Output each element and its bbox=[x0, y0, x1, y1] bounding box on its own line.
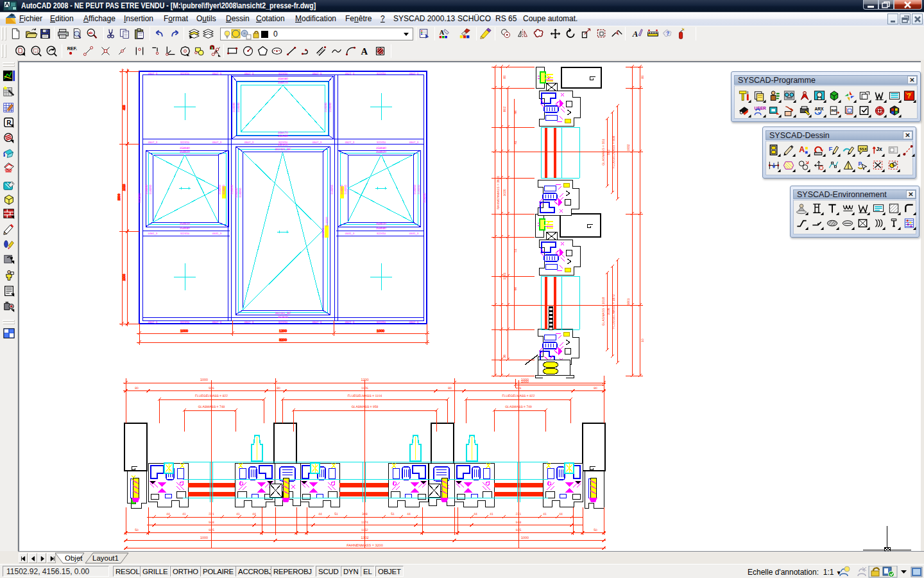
svg-text:80: 80 bbox=[594, 387, 597, 390]
svg-text:1000: 1000 bbox=[521, 536, 529, 540]
svg-text:0507_3: 0507_3 bbox=[312, 320, 322, 324]
svg-text:318250: 318250 bbox=[340, 184, 343, 195]
svg-text:358680: 358680 bbox=[180, 146, 190, 150]
svg-text:36: 36 bbox=[503, 355, 507, 358]
svg-text:358620: 358620 bbox=[180, 150, 190, 154]
svg-text:0507_3: 0507_3 bbox=[244, 141, 254, 144]
svg-text:GLASMASS = 551: GLASMASS = 551 bbox=[602, 139, 606, 166]
svg-text:358620: 358620 bbox=[376, 222, 386, 226]
svg-text:GLASMASS = 749: GLASMASS = 749 bbox=[505, 405, 532, 409]
svg-text:80: 80 bbox=[135, 387, 139, 390]
svg-text:0527_3: 0527_3 bbox=[345, 320, 355, 324]
svg-text:1152: 1152 bbox=[361, 529, 368, 532]
svg-text:0531_3: 0531_3 bbox=[345, 232, 355, 235]
svg-text:802: 802 bbox=[503, 107, 507, 112]
svg-text:0507_3: 0507_3 bbox=[148, 72, 158, 75]
svg-text:322410: 322410 bbox=[377, 72, 386, 75]
svg-text:582: 582 bbox=[607, 150, 611, 155]
svg-text:318250: 318250 bbox=[138, 193, 141, 203]
svg-text:41: 41 bbox=[490, 512, 493, 516]
svg-text:308: 308 bbox=[362, 512, 368, 516]
svg-text:358620: 358620 bbox=[180, 222, 190, 226]
svg-text:322410: 322410 bbox=[180, 232, 190, 235]
svg-text:ARX: ARX bbox=[814, 107, 824, 111]
svg-text:322410: 322410 bbox=[180, 320, 190, 324]
svg-text:358480: 358480 bbox=[278, 134, 288, 138]
svg-text:0531_3: 0531_3 bbox=[409, 232, 419, 235]
svg-text:RAHMENMASS = 3630: RAHMENMASS = 3630 bbox=[497, 175, 501, 209]
svg-text:Jx: Jx bbox=[877, 146, 883, 152]
svg-text:322410: 322410 bbox=[278, 320, 288, 324]
svg-text:ab: ab bbox=[88, 31, 92, 35]
svg-text:318250: 318250 bbox=[239, 188, 242, 198]
svg-text:Objet: Objet bbox=[65, 554, 83, 562]
svg-text:41: 41 bbox=[543, 512, 547, 516]
svg-text:51: 51 bbox=[514, 249, 518, 252]
svg-text:1036: 1036 bbox=[607, 308, 611, 315]
svg-text:221: 221 bbox=[516, 512, 522, 516]
svg-text:318250: 318250 bbox=[413, 184, 416, 195]
svg-text:REF.: REF. bbox=[67, 46, 76, 51]
svg-text:0507_3: 0507_3 bbox=[212, 320, 222, 324]
svg-text:1281: 1281 bbox=[503, 272, 507, 279]
svg-text:318250: 318250 bbox=[321, 227, 325, 238]
svg-text:318280: 318280 bbox=[324, 102, 327, 112]
svg-text:318280: 318280 bbox=[232, 102, 235, 112]
svg-text:318280: 318280 bbox=[329, 102, 332, 112]
svg-text:1601: 1601 bbox=[627, 298, 631, 305]
svg-text:318250: 318250 bbox=[423, 193, 426, 203]
svg-text:352610: 352610 bbox=[278, 143, 288, 147]
svg-text:1302: 1302 bbox=[361, 536, 368, 540]
svg-text:358470: 358470 bbox=[278, 131, 288, 135]
svg-text:0527_3: 0527_3 bbox=[345, 72, 355, 75]
svg-text:926: 926 bbox=[516, 387, 522, 390]
svg-text:44: 44 bbox=[474, 512, 477, 516]
svg-text:1000: 1000 bbox=[377, 329, 384, 333]
svg-text:0527_3: 0527_3 bbox=[345, 141, 355, 144]
svg-text:50: 50 bbox=[594, 529, 597, 532]
svg-text:80: 80 bbox=[277, 387, 280, 390]
svg-text:318250: 318250 bbox=[149, 184, 152, 195]
svg-text:1020: 1020 bbox=[503, 189, 507, 196]
svg-text:P: P bbox=[859, 161, 862, 167]
svg-text:GLASMASS = 958: GLASMASS = 958 bbox=[352, 405, 379, 409]
svg-text:1020: 1020 bbox=[123, 184, 126, 191]
svg-text:382481_BF: 382481_BF bbox=[275, 311, 291, 315]
svg-text:FLUEGELMASS = 822: FLUEGELMASS = 822 bbox=[502, 394, 535, 398]
svg-text:?: ? bbox=[907, 92, 911, 100]
svg-text:925: 925 bbox=[209, 529, 214, 532]
svg-text:51: 51 bbox=[334, 512, 338, 516]
svg-text:?: ? bbox=[665, 30, 669, 37]
svg-text:318250: 318250 bbox=[145, 184, 148, 195]
svg-text:925: 925 bbox=[516, 529, 522, 532]
svg-text:0507_3: 0507_3 bbox=[212, 141, 222, 144]
svg-text:A: A bbox=[631, 29, 638, 39]
svg-text:1126: 1126 bbox=[361, 387, 368, 390]
svg-text:GLASMASS = 748: GLASMASS = 748 bbox=[198, 405, 225, 409]
svg-text:0507_3: 0507_3 bbox=[409, 320, 419, 324]
svg-text:1000: 1000 bbox=[123, 274, 126, 281]
svg-text:0507_3: 0507_3 bbox=[312, 141, 322, 144]
svg-text:2500: 2500 bbox=[117, 193, 121, 200]
svg-text:0507_3: 0507_3 bbox=[409, 72, 419, 75]
svg-text:44: 44 bbox=[318, 512, 322, 516]
svg-text:322410: 322410 bbox=[377, 320, 386, 324]
svg-text:44: 44 bbox=[514, 287, 518, 291]
svg-text:1200: 1200 bbox=[361, 378, 368, 382]
svg-text:382481_BF: 382481_BF bbox=[275, 148, 291, 152]
svg-text:80: 80 bbox=[448, 387, 452, 390]
svg-text:400: 400 bbox=[123, 105, 126, 110]
svg-text:80: 80 bbox=[641, 75, 645, 79]
svg-text:1932: 1932 bbox=[627, 144, 631, 151]
svg-text:352620: 352620 bbox=[278, 315, 288, 319]
svg-text:INF: INF bbox=[832, 109, 838, 112]
svg-text:318280: 318280 bbox=[237, 102, 240, 112]
svg-text:41: 41 bbox=[514, 141, 518, 144]
svg-text:A: A bbox=[439, 29, 444, 36]
svg-text:0507_3: 0507_3 bbox=[312, 72, 322, 75]
svg-text:FLUEGELMASS = 822: FLUEGELMASS = 822 bbox=[195, 394, 228, 398]
svg-text:0531_3: 0531_3 bbox=[212, 232, 222, 235]
svg-text:948: 948 bbox=[516, 521, 522, 525]
svg-text:318250: 318250 bbox=[417, 184, 420, 195]
svg-text:1000: 1000 bbox=[200, 378, 208, 382]
